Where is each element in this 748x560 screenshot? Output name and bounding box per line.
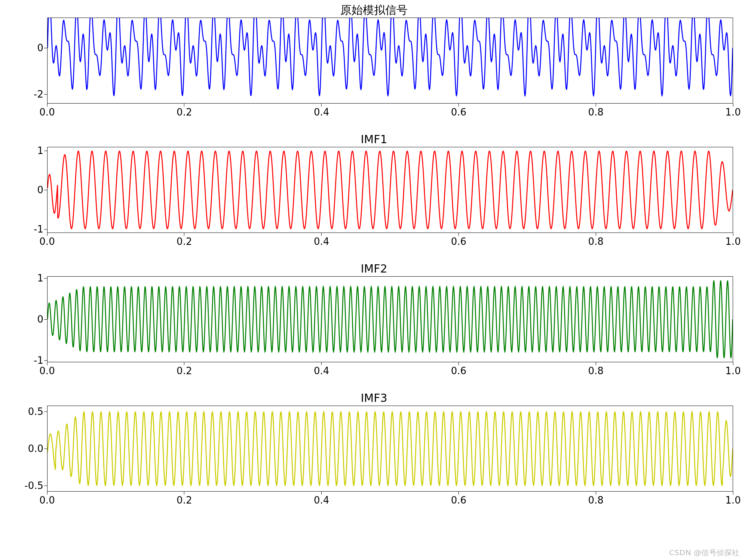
line-plot (47, 277, 733, 362)
y-tick: 0.5 (28, 406, 43, 417)
line-plot (47, 18, 733, 103)
x-tick: 0.6 (451, 365, 466, 376)
plot-title: IMF1 (15, 133, 733, 145)
x-tick-label: 0.6 (451, 107, 466, 118)
x-tick: 0.4 (314, 495, 329, 506)
x-tick: 1.0 (725, 107, 741, 118)
y-tick-label: 0.5 (28, 406, 43, 417)
plot-area (47, 276, 733, 362)
x-tick: 1.0 (725, 365, 741, 376)
y-tick: 0.0 (28, 443, 43, 454)
x-tick-label: 0.8 (588, 365, 604, 376)
y-tick-label: 0.0 (28, 443, 43, 454)
y-tick: -0.5 (24, 480, 43, 491)
plot-title: 原始模拟信号 (15, 4, 733, 16)
axes-row: -101 (15, 147, 733, 233)
y-tick: 0 (37, 42, 43, 53)
y-tick-label: -2 (34, 89, 43, 100)
x-tick-label: 0.8 (588, 236, 604, 247)
x-tick: 0.4 (314, 107, 329, 118)
x-tick: 0.6 (451, 236, 466, 247)
x-tick: 0.8 (588, 236, 604, 247)
y-tick: -1 (34, 355, 43, 366)
x-tick: 0.4 (314, 236, 329, 247)
x-axis: 0.00.20.40.60.81.0 (47, 233, 733, 248)
x-tick-label: 0.8 (588, 495, 604, 506)
x-tick: 0.0 (39, 236, 55, 247)
y-tick: 0 (37, 314, 43, 325)
x-tick-label: 0.0 (39, 495, 55, 506)
y-tick: -1 (34, 224, 43, 235)
x-tick-label: 0.2 (177, 236, 192, 247)
series-line (47, 412, 733, 486)
y-tick-label: 0 (37, 184, 43, 196)
x-tick: 0.2 (177, 236, 192, 247)
subplot-0: 原始模拟信号-200.00.20.40.60.81.0 (15, 4, 733, 120)
x-tick: 0.0 (39, 107, 55, 118)
line-plot (47, 147, 733, 233)
subplot-3: IMF3-0.50.00.50.00.20.40.60.81.0 (15, 392, 733, 508)
y-axis: -20 (15, 18, 47, 104)
x-tick: 0.2 (177, 107, 192, 118)
y-tick-label: 1 (37, 273, 43, 284)
x-tick-label: 0.4 (314, 365, 329, 376)
y-tick-label: -0.5 (24, 480, 43, 491)
series-line (47, 281, 733, 357)
x-tick: 0.6 (451, 107, 466, 118)
x-tick-label: 0.2 (177, 495, 192, 506)
axes-row: -101 (15, 276, 733, 362)
x-axis: 0.00.20.40.60.81.0 (47, 492, 733, 507)
y-axis: -101 (15, 276, 47, 362)
x-tick: 0.4 (314, 365, 329, 376)
x-tick-label: 0.2 (177, 107, 192, 118)
x-tick-label: 1.0 (725, 236, 741, 247)
y-tick: 1 (37, 145, 43, 156)
subplot-1: IMF1-1010.00.20.40.60.81.0 (15, 133, 733, 249)
plot-title: IMF2 (15, 262, 733, 275)
x-tick: 0.2 (177, 495, 192, 506)
subplot-2: IMF2-1010.00.20.40.60.81.0 (15, 262, 733, 378)
y-tick-label: 0 (37, 42, 43, 53)
series-line (47, 18, 733, 96)
watermark: CSDN @信号侦探社 (669, 548, 740, 558)
plot-area (47, 406, 733, 492)
y-tick: 0 (37, 184, 43, 196)
plot-area (47, 18, 733, 104)
x-tick: 1.0 (725, 236, 741, 247)
y-tick-label: -1 (34, 355, 43, 366)
x-tick-label: 0.8 (588, 107, 604, 118)
axes-row: -20 (15, 18, 733, 104)
series-line (47, 151, 733, 228)
figure: 原始模拟信号-200.00.20.40.60.81.0IMF1-1010.00.… (0, 0, 748, 560)
x-tick: 0.2 (177, 365, 192, 376)
x-tick: 1.0 (725, 495, 741, 506)
x-axis: 0.00.20.40.60.81.0 (47, 104, 733, 119)
x-tick-label: 1.0 (725, 495, 741, 506)
x-tick-label: 0.6 (451, 495, 466, 506)
x-tick: 0.0 (39, 365, 55, 376)
y-tick: -2 (34, 89, 43, 100)
x-tick-label: 0.4 (314, 107, 329, 118)
x-tick-label: 0.2 (177, 365, 192, 376)
x-tick: 0.8 (588, 495, 604, 506)
x-tick: 0.6 (451, 495, 466, 506)
y-axis: -0.50.00.5 (15, 406, 47, 492)
plot-title: IMF3 (15, 392, 733, 404)
axes-row: -0.50.00.5 (15, 406, 733, 492)
y-tick: 1 (37, 273, 43, 284)
x-tick-label: 0.6 (451, 365, 466, 376)
x-tick: 0.8 (588, 365, 604, 376)
y-tick-label: -1 (34, 224, 43, 235)
x-tick: 0.8 (588, 107, 604, 118)
x-axis: 0.00.20.40.60.81.0 (47, 362, 733, 377)
x-tick-label: 0.6 (451, 236, 466, 247)
x-tick-label: 0.4 (314, 495, 329, 506)
y-axis: -101 (15, 147, 47, 233)
y-tick-label: 1 (37, 145, 43, 156)
x-tick-label: 0.0 (39, 236, 55, 247)
x-tick-label: 1.0 (725, 365, 741, 376)
x-tick-label: 0.0 (39, 365, 55, 376)
line-plot (47, 406, 733, 491)
plot-area (47, 147, 733, 233)
y-tick-label: 0 (37, 314, 43, 325)
